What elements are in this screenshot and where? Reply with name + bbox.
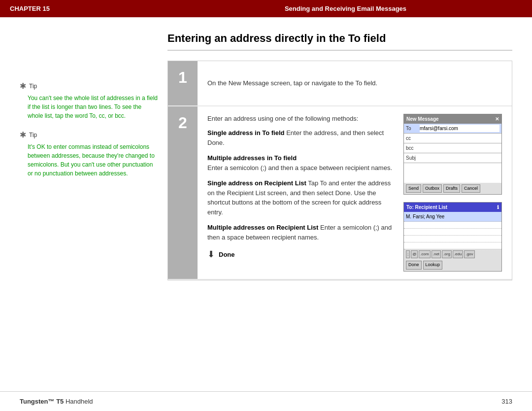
recipient-title-bar: To: Recipient List ℹ bbox=[404, 203, 501, 212]
recipient-list-screenshot: To: Recipient List ℹ M. Farsi; Ang Yee bbox=[403, 202, 502, 272]
method-multiple-to: Multiple addresses in To field Enter a s… bbox=[207, 153, 394, 172]
done-row: ⬇ Done bbox=[207, 248, 394, 261]
step-1-number-col: 1 bbox=[168, 61, 198, 105]
step-2-number-col: 2 bbox=[168, 106, 198, 279]
chapter-label: CHAPTER 15 bbox=[10, 5, 169, 12]
new-message-footer: Send Outbox Drafts Cancel bbox=[404, 183, 501, 195]
step-2-number: 2 bbox=[178, 114, 187, 132]
outbox-btn[interactable]: Outbox bbox=[423, 184, 442, 193]
recipient-shortcuts: ; @ .com .net .org .edu .gov bbox=[404, 249, 501, 259]
tip-1-header: ✱ Tip bbox=[20, 81, 158, 91]
shortcut-semicolon[interactable]: ; bbox=[406, 250, 410, 258]
cc-field-row: cc bbox=[404, 134, 501, 143]
step-2-content: Enter an address using one of the follow… bbox=[198, 106, 512, 279]
step-1-number: 1 bbox=[178, 68, 187, 87]
method-single-to: Single address in To field Enter the add… bbox=[207, 128, 394, 147]
footer-brand-name: Tungsten™ T5 bbox=[20, 398, 64, 405]
tip-1-star-icon: ✱ bbox=[20, 81, 26, 91]
step-1-text: On the New Message screen, tap or naviga… bbox=[207, 68, 502, 98]
new-message-title: New Message bbox=[406, 115, 439, 123]
step-1-content: On the New Message screen, tap or naviga… bbox=[198, 61, 512, 105]
subj-field-label: Subj bbox=[406, 154, 420, 162]
sidebar: ✱ Tip You can't see the whole list of ad… bbox=[20, 32, 158, 377]
page-footer: Tungsten™ T5 Handheld 313 bbox=[0, 391, 532, 411]
step-2-text-col: Enter an address using one of the follow… bbox=[207, 114, 394, 272]
new-message-close-icon: ✕ bbox=[495, 115, 499, 123]
new-message-body bbox=[404, 163, 501, 183]
method-multiple-to-title: Multiple addresses in To field bbox=[207, 153, 394, 163]
recipient-lookup-btn[interactable]: Lookup bbox=[423, 261, 443, 270]
tip-2-star-icon: ✱ bbox=[20, 130, 26, 139]
tip-2-text: It's OK to enter commas instead of semic… bbox=[20, 142, 158, 178]
recipient-title: To: Recipient List bbox=[406, 204, 447, 211]
recipient-row-2 bbox=[404, 222, 501, 229]
method-multiple-recipient: Multiple addresses on Recipient List Ent… bbox=[207, 223, 394, 242]
tip-1: ✱ Tip You can't see the whole list of ad… bbox=[20, 81, 158, 120]
method-single-to-title: Single address in To field bbox=[207, 129, 285, 137]
step-2: 2 Enter an address using one of the foll… bbox=[168, 106, 512, 279]
tip-1-text: You can't see the whole list of addresse… bbox=[20, 94, 158, 120]
tip-2-header: ✱ Tip bbox=[20, 130, 158, 139]
shortcut-net[interactable]: .net bbox=[432, 250, 441, 258]
shortcut-at[interactable]: @ bbox=[411, 250, 418, 258]
drafts-btn[interactable]: Drafts bbox=[443, 184, 460, 193]
tip-2: ✱ Tip It's OK to enter commas instead of… bbox=[20, 130, 158, 178]
content-area: ✱ Tip You can't see the whole list of ad… bbox=[0, 17, 532, 391]
recipient-info-icon: ℹ bbox=[497, 204, 499, 211]
header-title: Sending and Receiving Email Messages bbox=[169, 5, 522, 12]
recipient-row-4 bbox=[404, 236, 501, 242]
recipient-done-btn[interactable]: Done bbox=[406, 261, 422, 270]
shortcut-com[interactable]: .com bbox=[419, 250, 430, 258]
new-message-screenshot: New Message ✕ To mfarsi@farsi.com cc bbox=[403, 114, 502, 195]
recipient-entry-value: M. Farsi; Ang Yee bbox=[406, 213, 444, 220]
shortcut-edu[interactable]: .edu bbox=[453, 250, 464, 258]
page-header: CHAPTER 15 Sending and Receiving Email M… bbox=[0, 0, 532, 17]
method-multiple-to-desc: Enter a semicolon (;) and then a space b… bbox=[207, 163, 394, 173]
recipient-row-3 bbox=[404, 229, 501, 236]
to-field-row: To mfarsi@farsi.com bbox=[404, 124, 501, 134]
step-2-intro: Enter an address using one of the follow… bbox=[207, 114, 394, 124]
done-label: Done bbox=[219, 250, 235, 260]
to-field-label: To bbox=[406, 125, 420, 132]
method-single-recipient-title: Single address on Recipient List bbox=[207, 179, 306, 187]
recipient-footer: Done Lookup bbox=[404, 259, 501, 271]
recipient-entry-row: M. Farsi; Ang Yee bbox=[404, 212, 501, 222]
steps-container: 1 On the New Message screen, tap or navi… bbox=[167, 61, 512, 280]
to-field-value: mfarsi@farsi.com bbox=[420, 125, 499, 132]
tip-1-label: Tip bbox=[29, 83, 37, 90]
footer-brand-suffix: Handheld bbox=[66, 398, 93, 405]
send-btn[interactable]: Send bbox=[406, 184, 421, 193]
cancel-btn[interactable]: Cancel bbox=[462, 184, 480, 193]
method-single-recipient: Single address on Recipient List Tap To … bbox=[207, 178, 394, 217]
cc-field-label: cc bbox=[406, 135, 420, 142]
main-content: Entering an address directly in the To f… bbox=[167, 32, 512, 377]
method-multiple-recipient-title: Multiple addresses on Recipient List bbox=[207, 224, 318, 231]
footer-page-number: 313 bbox=[501, 398, 512, 405]
bcc-field-label: bcc bbox=[406, 144, 420, 152]
screenshots-col: New Message ✕ To mfarsi@farsi.com cc bbox=[403, 114, 502, 272]
shortcut-org[interactable]: .org bbox=[442, 250, 452, 258]
done-arrow-icon: ⬇ bbox=[207, 248, 215, 261]
tip-2-label: Tip bbox=[29, 132, 37, 138]
subj-field-row: Subj bbox=[404, 153, 501, 163]
recipient-row-5 bbox=[404, 242, 501, 249]
page-title: Entering an address directly in the To f… bbox=[167, 32, 512, 51]
step-1: 1 On the New Message screen, tap or navi… bbox=[168, 61, 512, 105]
bcc-field-row: bcc bbox=[404, 143, 501, 153]
footer-brand: Tungsten™ T5 Handheld bbox=[20, 398, 93, 405]
step-2-inner: Enter an address using one of the follow… bbox=[207, 114, 502, 272]
shortcut-gov[interactable]: .gov bbox=[464, 250, 474, 258]
new-message-title-bar: New Message ✕ bbox=[404, 114, 501, 124]
